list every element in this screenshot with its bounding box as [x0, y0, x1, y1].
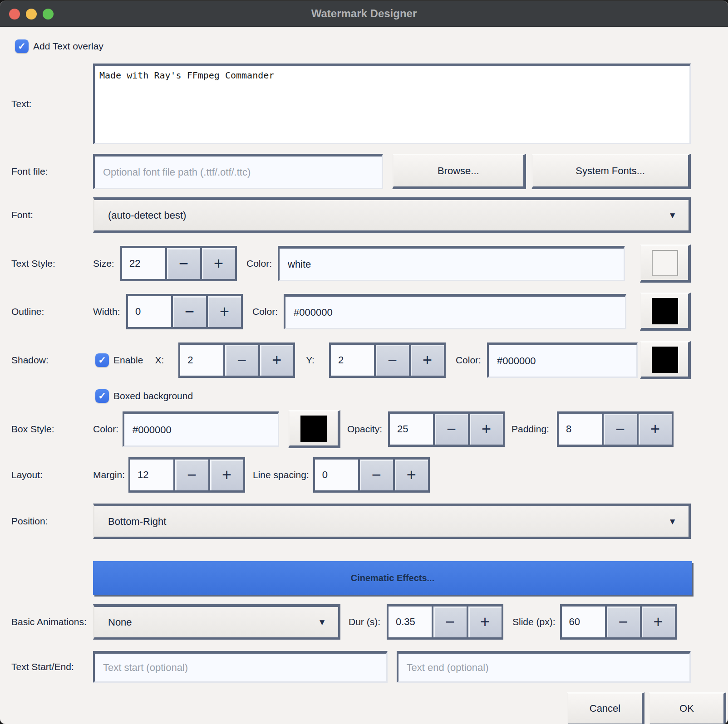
animation-dropdown-value: None [108, 616, 132, 628]
zoom-button[interactable] [43, 9, 54, 20]
outline-width-label: Width: [93, 306, 126, 317]
outline-width-value-input[interactable] [128, 296, 171, 327]
margin-decrement-button[interactable]: − [173, 460, 208, 490]
slide-decrement-button[interactable]: − [605, 607, 640, 637]
add-text-overlay-checkbox[interactable]: ✓ [15, 39, 29, 53]
minus-icon: − [445, 614, 455, 630]
outline-color-input[interactable] [284, 294, 626, 329]
plus-icon: + [650, 421, 660, 437]
slide-spinner: − + [560, 604, 677, 640]
box-padding-increment-button[interactable]: + [637, 414, 672, 445]
line-spacing-label: Line spacing: [253, 470, 309, 480]
size-value-input[interactable] [122, 248, 165, 279]
boxed-background-checkbox[interactable]: ✓ [95, 389, 109, 403]
shadow-y-increment-button[interactable]: + [409, 345, 444, 376]
shadow-y-value-input[interactable] [331, 345, 374, 376]
boxed-background-row: ✓ Boxed background [0, 389, 728, 403]
text-color-input[interactable] [278, 246, 625, 281]
size-decrement-button[interactable]: − [165, 248, 200, 279]
box-opacity-increment-button[interactable]: + [468, 414, 503, 445]
shadow-x-decrement-button[interactable]: − [223, 345, 258, 376]
box-opacity-spinner: − + [388, 411, 505, 447]
box-opacity-decrement-button[interactable]: − [433, 414, 468, 445]
slide-value-input[interactable] [562, 607, 605, 637]
line-spacing-decrement-button[interactable]: − [358, 460, 393, 490]
outline-width-decrement-button[interactable]: − [171, 296, 206, 327]
minus-icon: − [179, 255, 188, 272]
shadow-color-label: Color: [456, 355, 481, 366]
shadow-x-value-input[interactable] [180, 345, 223, 376]
box-padding-value-input[interactable] [559, 414, 602, 445]
shadow-y-decrement-button[interactable]: − [374, 345, 409, 376]
duration-increment-button[interactable]: + [467, 607, 502, 637]
browse-button[interactable]: Browse... [392, 154, 526, 189]
plus-icon: + [480, 614, 490, 630]
font-label: Font: [11, 210, 93, 220]
white-color-patch [652, 250, 678, 276]
animation-dropdown[interactable]: None ▼ [93, 604, 340, 640]
shadow-x-increment-button[interactable]: + [258, 345, 293, 376]
plus-icon: + [222, 467, 231, 483]
outline-width-increment-button[interactable]: + [206, 296, 241, 327]
chevron-down-icon: ▼ [318, 617, 326, 627]
box-padding-decrement-button[interactable]: − [602, 414, 637, 445]
box-padding-spinner: − + [557, 411, 674, 447]
black-color-patch [652, 347, 678, 373]
text-start-input[interactable] [93, 651, 388, 683]
outline-color-swatch[interactable] [640, 293, 691, 331]
box-color-label: Color: [93, 424, 123, 435]
minus-icon: − [187, 467, 197, 483]
margin-increment-button[interactable]: + [208, 460, 243, 490]
shadow-enable-checkbox[interactable]: ✓ [95, 353, 109, 367]
shadow-enable-label: Enable [113, 355, 143, 366]
watermark-text-input[interactable]: Made with Ray's FFmpeg Commander [93, 64, 691, 144]
plus-icon: + [482, 421, 491, 437]
line-spacing-increment-button[interactable]: + [393, 460, 428, 490]
shadow-x-spinner: − + [178, 342, 295, 378]
plus-icon: + [654, 614, 663, 630]
minus-icon: − [447, 421, 456, 437]
outline-color-label: Color: [252, 306, 284, 317]
text-color-swatch[interactable] [640, 245, 691, 283]
outline-row: Outline: Width: − + Color: [0, 293, 728, 331]
cinematic-effects-button[interactable]: Cinematic Effects... [93, 561, 692, 595]
layout-row: Layout: Margin: − + Line spacing: − + [0, 457, 728, 493]
chevron-down-icon: ▼ [668, 517, 677, 527]
font-file-input[interactable] [93, 154, 383, 189]
text-end-input[interactable] [397, 651, 691, 683]
cancel-button[interactable]: Cancel [567, 692, 644, 724]
box-color-input[interactable] [123, 411, 279, 447]
shadow-color-input[interactable] [487, 342, 638, 378]
box-opacity-label: Opacity: [347, 424, 388, 435]
watermark-designer-dialog: Watermark Designer ✓ Add Text overlay Te… [0, 1, 728, 724]
size-label: Size: [93, 258, 120, 269]
duration-value-input[interactable] [389, 607, 432, 637]
box-color-swatch[interactable] [288, 410, 340, 448]
minus-icon: − [615, 421, 625, 437]
duration-decrement-button[interactable]: − [432, 607, 467, 637]
outline-width-spinner: − + [126, 294, 243, 329]
slide-label: Slide (px): [512, 616, 556, 627]
black-color-patch [652, 298, 678, 324]
line-spacing-value-input[interactable] [315, 460, 358, 490]
system-fonts-button[interactable]: System Fonts... [531, 154, 691, 189]
add-text-overlay-label: Add Text overlay [33, 41, 103, 52]
slide-increment-button[interactable]: + [640, 607, 675, 637]
size-increment-button[interactable]: + [200, 248, 235, 279]
shadow-color-swatch[interactable] [640, 341, 691, 379]
minimize-button[interactable] [26, 9, 37, 20]
margin-value-input[interactable] [130, 460, 173, 490]
boxed-background-label: Boxed background [113, 391, 193, 401]
basic-animations-label: Basic Animations: [11, 616, 93, 627]
text-timing-row: Text Start/End: [0, 651, 728, 683]
minus-icon: − [388, 352, 397, 368]
ok-button[interactable]: OK [649, 692, 726, 724]
close-button[interactable] [9, 9, 20, 20]
font-dropdown[interactable]: (auto-detect best) ▼ [93, 197, 691, 233]
box-opacity-value-input[interactable] [390, 414, 433, 445]
box-padding-label: Padding: [512, 424, 557, 435]
position-dropdown[interactable]: Bottom-Right ▼ [93, 504, 691, 539]
position-row: Position: Bottom-Right ▼ [0, 504, 728, 539]
layout-label: Layout: [11, 470, 93, 480]
check-icon: ✓ [98, 355, 106, 366]
